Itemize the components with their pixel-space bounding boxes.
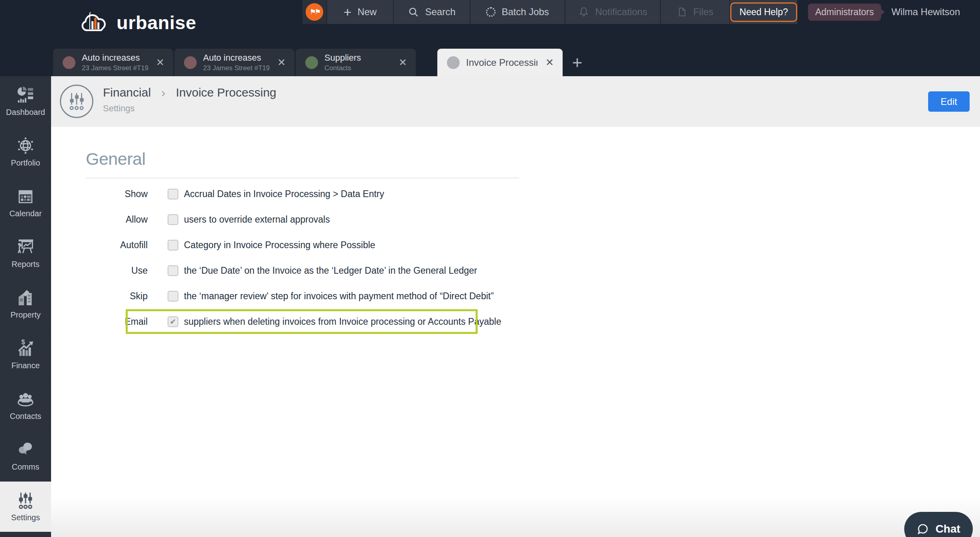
- checkbox-skip[interactable]: [168, 291, 178, 302]
- chat-button[interactable]: Chat: [904, 512, 973, 537]
- sidebar-item-settings[interactable]: Settings: [0, 482, 51, 532]
- notifications-button[interactable]: Notifications: [565, 0, 661, 24]
- sidebar-item-label: Settings: [11, 513, 40, 522]
- setting-row-skip: Skip the ‘manager review’ step for invoi…: [86, 283, 549, 309]
- setting-row-label: Show: [86, 189, 148, 199]
- section-title: General: [86, 149, 145, 169]
- sidebar-item-label: Comms: [12, 462, 40, 472]
- setting-row-use: Use the ‘Due Date’ on the Invoice as the…: [86, 258, 549, 283]
- tab-title: Auto increases: [203, 53, 269, 63]
- new-button-label: New: [358, 6, 377, 18]
- user-area: Administrators Wilma Hewitson: [808, 0, 960, 24]
- tab-invoice-processing[interactable]: Invoice Processing ✕: [437, 49, 563, 76]
- checkbox-email[interactable]: ✔: [168, 316, 178, 327]
- chevron-right-icon: ›: [161, 86, 166, 99]
- contacts-icon: [16, 390, 35, 408]
- sidebar-item-label: Portfolio: [11, 158, 40, 168]
- settings-rows: Show Accrual Dates in Invoice Processing…: [86, 181, 549, 334]
- sidebar: Dashboard Portfolio: [0, 76, 51, 537]
- search-icon: [408, 6, 419, 18]
- breadcrumb-subtitle: Settings: [103, 103, 277, 114]
- sidebar-item-label: Dashboard: [6, 108, 45, 117]
- chat-bubble-icon: [917, 523, 929, 535]
- edit-button[interactable]: Edit: [928, 91, 970, 112]
- tab-suppliers[interactable]: Suppliers Contacts ✕: [296, 49, 416, 76]
- close-icon[interactable]: ✕: [544, 57, 555, 68]
- sidebar-item-portfolio[interactable]: Portfolio: [0, 127, 51, 178]
- sidebar-item-finance[interactable]: $ Finance: [0, 330, 51, 380]
- announcements-button[interactable]: ⚑⚑: [302, 0, 327, 24]
- setting-row-text: users to override external approvals: [184, 214, 330, 225]
- plus-icon: +: [344, 5, 352, 19]
- breadcrumb-section[interactable]: Financial: [103, 86, 151, 99]
- chat-button-label: Chat: [935, 523, 960, 535]
- setting-row-email: Email ✔ suppliers when deleting invoices…: [86, 309, 549, 334]
- sidebar-item-contacts[interactable]: Contacts: [0, 380, 51, 431]
- tab-avatar: [63, 56, 75, 69]
- sidebar-item-property[interactable]: Property: [0, 279, 51, 330]
- comms-icon: [16, 440, 35, 459]
- property-icon: [16, 288, 35, 307]
- new-tab-button[interactable]: +: [564, 49, 591, 76]
- tab-auto-increases-2[interactable]: Auto increases 23 James Street #T1986 ✕: [174, 49, 294, 76]
- checkbox-use[interactable]: [168, 265, 178, 276]
- setting-row-text: suppliers when deleting invoices from In…: [184, 316, 501, 327]
- batch-jobs-button[interactable]: Batch Jobs: [470, 0, 565, 24]
- bell-icon: [578, 6, 589, 18]
- files-label: Files: [693, 6, 713, 18]
- finance-icon: $: [16, 339, 35, 357]
- user-name[interactable]: Wilma Hewitson: [891, 6, 960, 18]
- app-window: urbanise ⚑⚑ + New Search Batch Jobs: [0, 0, 980, 537]
- tab-subtitle: 23 James Street #T1986: [203, 64, 269, 72]
- portfolio-icon: [16, 136, 35, 155]
- tab-avatar: [447, 56, 460, 69]
- checkbox-show[interactable]: [168, 189, 178, 199]
- tab-avatar: [184, 56, 197, 69]
- urbanise-cloud-icon: [79, 10, 110, 34]
- dashboard-icon: [16, 86, 35, 104]
- files-button[interactable]: Files: [661, 0, 730, 24]
- sidebar-item-label: Reports: [12, 260, 40, 269]
- close-icon[interactable]: ✕: [397, 57, 409, 68]
- role-badge: Administrators: [808, 4, 881, 21]
- checkbox-autofill[interactable]: [168, 240, 178, 251]
- sidebar-item-calendar[interactable]: Calendar: [0, 178, 51, 228]
- sidebar-item-label: Finance: [11, 361, 40, 370]
- setting-row-autofill: Autofill Category in Invoice Processing …: [86, 232, 549, 258]
- tab-avatar: [305, 56, 318, 69]
- breadcrumb-current: Invoice Processing: [176, 86, 277, 99]
- tab-title: Auto increases: [82, 53, 148, 63]
- svg-text:$: $: [21, 339, 25, 345]
- close-icon[interactable]: ✕: [276, 57, 287, 68]
- close-icon[interactable]: ✕: [154, 57, 166, 68]
- sidebar-item-label: Calendar: [9, 209, 41, 218]
- checkbox-allow[interactable]: [168, 214, 178, 225]
- need-help-button[interactable]: Need Help?: [730, 2, 797, 22]
- sidebar-item-comms[interactable]: Comms: [0, 431, 51, 482]
- new-button[interactable]: + New: [327, 0, 394, 24]
- settings-icon: [16, 491, 35, 509]
- tab-bar: Auto increases 23 James Street #T1986 ✕ …: [53, 49, 591, 76]
- urbanise-logo[interactable]: urbanise: [79, 10, 196, 34]
- settings-page-icon: [60, 85, 93, 118]
- sidebar-item-dashboard[interactable]: Dashboard: [0, 76, 51, 127]
- top-bar: urbanise ⚑⚑ + New Search Batch Jobs: [0, 0, 980, 76]
- tab-subtitle: 23 James Street #T1986: [82, 64, 148, 72]
- setting-row-label: Email: [86, 316, 148, 327]
- main-content: Financial › Invoice Processing Settings …: [51, 76, 980, 537]
- file-icon: [677, 7, 687, 17]
- section-divider: [86, 178, 519, 178]
- setting-row-text: the ‘Due Date’ on the Invoice as the ‘Le…: [184, 265, 477, 276]
- search-button[interactable]: Search: [394, 0, 470, 24]
- batch-jobs-label: Batch Jobs: [502, 6, 549, 18]
- setting-row-text: Category in Invoice Processing where Pos…: [184, 240, 375, 251]
- setting-row-text: Accrual Dates in Invoice Processing > Da…: [184, 189, 384, 199]
- tab-auto-increases-1[interactable]: Auto increases 23 James Street #T1986 ✕: [53, 49, 173, 76]
- sidebar-item-reports[interactable]: Reports: [0, 228, 51, 279]
- setting-row-label: Allow: [86, 214, 148, 225]
- tab-subtitle: Contacts: [324, 64, 391, 72]
- search-button-label: Search: [425, 6, 455, 18]
- tab-title: Suppliers: [324, 53, 391, 63]
- page-header: Financial › Invoice Processing Settings …: [51, 76, 980, 127]
- megaphone-icon: ⚑⚑: [306, 3, 323, 21]
